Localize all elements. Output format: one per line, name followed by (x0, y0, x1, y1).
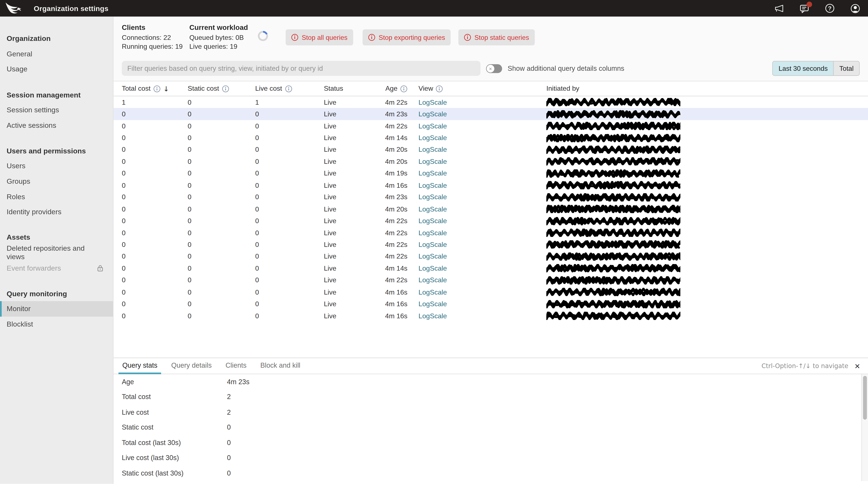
tab-query-stats[interactable]: Query stats (119, 358, 161, 374)
table-row[interactable]: 000Live4m 16sLogScale (114, 298, 868, 310)
cell-age: 4m 20s (365, 205, 418, 213)
table-row[interactable]: 000Live4m 19sLogScale (114, 168, 868, 180)
tab-query-details[interactable]: Query details (167, 358, 216, 374)
sidebar-item-identity-providers[interactable]: Identity providers (0, 204, 113, 219)
additional-columns-toggle[interactable]: ✕ (486, 64, 502, 73)
view-link[interactable]: LogScale (418, 276, 447, 284)
bottom-scroll-strip (114, 481, 868, 484)
column-header-total-cost[interactable]: Total cost↓ (122, 84, 188, 93)
view-link[interactable]: LogScale (418, 146, 447, 154)
table-row[interactable]: 000Live4m 22sLogScale (114, 227, 868, 239)
close-icon[interactable]: ✕ (855, 362, 860, 370)
cell-static-cost: 0 (188, 288, 255, 296)
stat-label: Static cost (last 30s) (122, 470, 227, 477)
view-link[interactable]: LogScale (418, 181, 447, 189)
user-avatar-icon[interactable] (850, 3, 860, 13)
crowdstrike-falcon-logo-icon[interactable] (5, 2, 22, 14)
table-row[interactable]: 000Live4m 20sLogScale (114, 203, 868, 215)
announcements-megaphone-icon[interactable] (774, 3, 784, 13)
cell-live-cost: 0 (255, 205, 324, 213)
sidebar-item-label: Active sessions (6, 121, 56, 129)
sidebar-item-label: Identity providers (6, 208, 61, 216)
stop-exporting-queries-button[interactable]: Stop exporting queries (363, 29, 451, 46)
column-header-status[interactable]: Status (324, 85, 365, 93)
table-row[interactable]: 000Live4m 22sLogScale (114, 215, 868, 227)
table-row[interactable]: 000Live4m 16sLogScale (114, 286, 868, 298)
range-button-total[interactable]: Total (833, 61, 860, 76)
sidebar-item-deleted-repositories-and-views[interactable]: Deleted repositories and views (0, 245, 113, 260)
sidebar-heading-users-and-permissions: Users and permissions (0, 143, 113, 158)
stat-row-static-cost: Static cost0 (114, 420, 868, 435)
view-link[interactable]: LogScale (418, 312, 447, 320)
view-link[interactable]: LogScale (418, 300, 447, 308)
column-header-age[interactable]: Age (365, 85, 418, 93)
redacted-scribble (546, 264, 680, 273)
view-link[interactable]: LogScale (418, 110, 447, 118)
column-header-static-cost[interactable]: Static cost (188, 85, 255, 93)
sidebar-item-usage[interactable]: Usage (0, 61, 113, 77)
notifications-icon[interactable] (799, 3, 809, 13)
sidebar-item-session-settings[interactable]: Session settings (0, 102, 113, 118)
sidebar-item-groups[interactable]: Groups (0, 174, 113, 189)
view-link[interactable]: LogScale (418, 170, 447, 177)
connections-count: Connections: 22 (122, 34, 183, 42)
column-header-live-cost[interactable]: Live cost (255, 85, 324, 93)
cell-live-cost: 0 (255, 134, 324, 142)
column-header-view[interactable]: View (418, 85, 546, 93)
range-button-last-30-seconds[interactable]: Last 30 seconds (772, 61, 834, 76)
view-link[interactable]: LogScale (418, 122, 447, 130)
column-label: Live cost (255, 85, 282, 93)
sidebar-heading-assets: Assets (0, 230, 113, 245)
view-link[interactable]: LogScale (418, 265, 447, 272)
cell-live-cost: 0 (255, 217, 324, 225)
table-row[interactable]: 000Live4m 23sLogScale (114, 108, 868, 120)
table-row[interactable]: 000Live4m 16sLogScale (114, 310, 868, 322)
view-link[interactable]: LogScale (418, 229, 447, 237)
info-icon (368, 34, 375, 41)
table-row[interactable]: 000Live4m 22sLogScale (114, 239, 868, 251)
table-row[interactable]: 000Live4m 16sLogScale (114, 180, 868, 191)
view-link[interactable]: LogScale (418, 217, 447, 225)
table-row[interactable]: 000Live4m 20sLogScale (114, 156, 868, 168)
stop-static-queries-button[interactable]: Stop static queries (458, 29, 535, 46)
sidebar-item-users[interactable]: Users (0, 158, 113, 174)
sidebar-item-general[interactable]: General (0, 46, 113, 61)
table-row[interactable]: 000Live4m 22sLogScale (114, 274, 868, 286)
table-row[interactable]: 000Live4m 22sLogScale (114, 251, 868, 263)
stat-label: Total cost (last 30s) (122, 439, 227, 447)
help-icon[interactable]: ? (825, 3, 835, 13)
app: Organization settings ? (0, 0, 868, 484)
sidebar-item-active-sessions[interactable]: Active sessions (0, 118, 113, 133)
redacted-scribble (546, 252, 680, 261)
filter-queries-input[interactable] (122, 61, 480, 76)
tab-clients[interactable]: Clients (222, 358, 250, 374)
sidebar-item-event-forwarders[interactable]: Event forwarders (0, 260, 113, 275)
table-row[interactable]: 000Live4m 23sLogScale (114, 191, 868, 203)
view-link[interactable]: LogScale (418, 158, 447, 165)
lock-icon (97, 264, 103, 271)
view-link[interactable]: LogScale (418, 98, 447, 106)
scrollbar-thumb[interactable] (863, 376, 867, 420)
sidebar-item-blocklist[interactable]: Blocklist (0, 316, 113, 332)
table-row[interactable]: 000Live4m 20sLogScale (114, 144, 868, 156)
view-link[interactable]: LogScale (418, 241, 447, 248)
details-scrollbar[interactable] (862, 374, 868, 484)
view-link[interactable]: LogScale (418, 193, 447, 201)
view-link[interactable]: LogScale (418, 288, 447, 296)
table-row[interactable]: 000Live4m 14sLogScale (114, 132, 868, 144)
cell-static-cost: 0 (188, 110, 255, 118)
tab-block-and-kill[interactable]: Block and kill (256, 358, 304, 374)
table-row[interactable]: 000Live4m 22sLogScale (114, 120, 868, 132)
view-link[interactable]: LogScale (418, 252, 447, 261)
view-link[interactable]: LogScale (418, 134, 447, 142)
cell-live-cost: 0 (255, 265, 324, 272)
sidebar-item-roles[interactable]: Roles (0, 189, 113, 204)
redacted-scribble (546, 300, 680, 308)
cell-total-cost: 0 (122, 122, 188, 130)
table-row[interactable]: 000Live4m 14sLogScale (114, 263, 868, 274)
table-row[interactable]: 101Live4m 22sLogScale (114, 96, 868, 108)
column-header-initiated-by[interactable]: Initiated by (546, 85, 868, 93)
stop-all-queries-button[interactable]: Stop all queries (286, 29, 353, 46)
view-link[interactable]: LogScale (418, 205, 447, 213)
sidebar-item-monitor[interactable]: Monitor (0, 301, 113, 316)
